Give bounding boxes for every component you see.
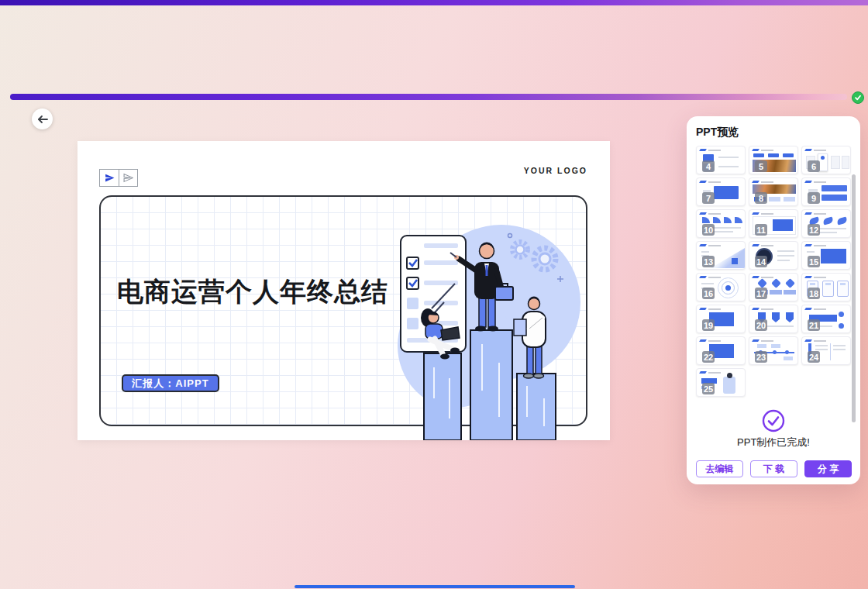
slide-thumbnail[interactable]: 9 <box>801 177 851 206</box>
success-check-icon <box>762 409 785 432</box>
slide-thumbnail[interactable]: 20 <box>749 305 798 333</box>
slide-thumbnail[interactable]: 8 <box>749 177 798 206</box>
thumbnail-number: 24 <box>808 351 820 363</box>
thumbnail-number: 19 <box>702 319 715 331</box>
thumbnail-number: 12 <box>808 224 820 236</box>
panel-title: PPT预览 <box>696 126 739 140</box>
thumbnail-number: 4 <box>702 160 715 172</box>
thumbnail-number: 16 <box>702 288 715 299</box>
slide-preview: YOUR LOGO 电商运营个人年终总结 汇报人：AIPPT <box>78 141 610 440</box>
slide-illustration <box>384 215 589 440</box>
slide-thumbnail[interactable]: 19 <box>696 305 746 333</box>
slide-thumbnail[interactable]: 22 <box>696 336 746 365</box>
thumbnail-number: 7 <box>702 192 715 204</box>
slide-thumbnail[interactable]: 17 <box>749 273 798 301</box>
thumbnail-number: 11 <box>755 224 767 236</box>
thumbnail-number: 21 <box>808 319 820 331</box>
slide-thumbnail[interactable]: 24 <box>801 336 851 365</box>
thumbnail-number: 15 <box>808 256 820 267</box>
thumbnail-grid: 45678910111213141516171819202122232425 <box>696 146 851 397</box>
slide-thumbnail[interactable]: 13 <box>696 241 746 270</box>
thumbnail-number: 23 <box>755 351 767 363</box>
slide-thumbnail[interactable]: 14 <box>749 241 798 270</box>
slide-thumbnail[interactable]: 6 <box>801 146 851 174</box>
check-icon <box>854 94 862 102</box>
thumbnail-number: 25 <box>702 383 715 394</box>
thumbnail-number: 9 <box>808 192 820 204</box>
paper-plane-blue-icon[interactable] <box>100 170 119 186</box>
thumbnail-number: 13 <box>702 256 715 267</box>
thumbnail-number: 18 <box>808 288 820 299</box>
slide-thumbnail[interactable]: 16 <box>696 273 746 301</box>
thumbnail-number: 8 <box>755 192 767 204</box>
plane-toolbar <box>99 169 138 187</box>
slide-thumbnail[interactable]: 18 <box>801 273 851 301</box>
slide-thumbnail[interactable]: 10 <box>696 209 746 238</box>
thumbnail-number: 6 <box>808 160 820 172</box>
slide-title: 电商运营个人年终总结 <box>117 274 388 310</box>
progress-complete-icon <box>852 91 864 104</box>
presenter-badge: 汇报人：AIPPT <box>122 374 219 392</box>
edit-button[interactable]: 去编辑 <box>696 460 743 477</box>
thumbnail-number: 17 <box>755 288 767 299</box>
top-accent-bar <box>0 0 868 5</box>
thumbnail-number: 14 <box>755 256 767 267</box>
slide-logo-text: YOUR LOGO <box>524 166 587 175</box>
slide-thumbnail[interactable]: 7 <box>696 177 746 206</box>
slide-thumbnail[interactable]: 23 <box>749 336 798 365</box>
slide-thumbnail[interactable]: 5 <box>749 146 798 174</box>
completion-status-text: PPT制作已完成! <box>687 436 860 450</box>
thumbnail-number: 10 <box>702 224 715 236</box>
slide-thumbnail[interactable]: 15 <box>801 241 851 270</box>
download-button[interactable]: 下 载 <box>750 460 797 477</box>
action-buttons: 去编辑 下 载 分 享 <box>696 460 852 477</box>
thumbnail-number: 5 <box>755 160 767 172</box>
bottom-accent-bar <box>294 585 575 588</box>
slide-thumbnail[interactable]: 4 <box>696 146 746 174</box>
slide-thumbnail[interactable]: 25 <box>696 368 746 397</box>
ppt-preview-panel: PPT预览 4567891011121314151617181920212223… <box>687 116 860 484</box>
thumbnail-number: 20 <box>755 319 767 331</box>
slide-thumbnail[interactable]: 12 <box>801 209 851 238</box>
slide-thumbnail[interactable]: 11 <box>749 209 798 238</box>
slide-thumbnail[interactable]: 21 <box>801 305 851 333</box>
app-window: YOUR LOGO 电商运营个人年终总结 汇报人：AIPPT <box>0 0 868 589</box>
progress-bar <box>10 94 847 100</box>
panel-scrollbar[interactable] <box>852 174 856 422</box>
share-button[interactable]: 分 享 <box>804 460 852 477</box>
paper-plane-gray-icon[interactable] <box>119 170 137 186</box>
back-button[interactable] <box>32 108 53 129</box>
arrow-left-icon <box>37 115 48 124</box>
thumbnail-number: 22 <box>702 351 715 363</box>
